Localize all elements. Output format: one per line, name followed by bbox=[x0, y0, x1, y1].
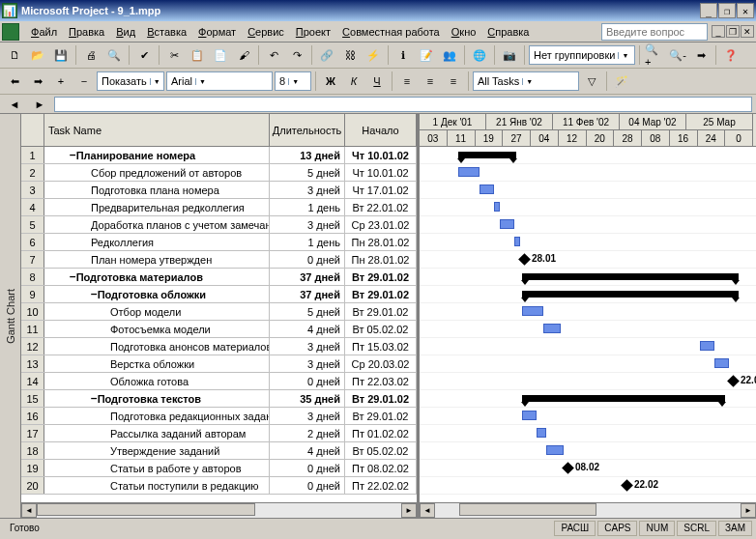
bold-icon[interactable]: Ж bbox=[320, 71, 341, 92]
spellcheck-icon[interactable]: ✔ bbox=[133, 44, 155, 66]
duration-cell[interactable]: 3 дней bbox=[270, 408, 345, 424]
paste-icon[interactable]: 📄 bbox=[210, 44, 231, 66]
zoom-in-icon[interactable]: 🔍+ bbox=[644, 44, 665, 66]
duration-cell[interactable]: 13 дней bbox=[270, 147, 345, 163]
task-name-cell[interactable]: Статьи поступили в редакцию bbox=[44, 477, 270, 494]
duration-cell[interactable]: 0 дней bbox=[270, 251, 345, 268]
row-number[interactable]: 14 bbox=[21, 373, 44, 389]
duration-cell[interactable]: 37 дней bbox=[270, 269, 345, 285]
indent-icon[interactable]: ➡ bbox=[27, 71, 48, 92]
start-cell[interactable]: Вт 05.02.02 bbox=[345, 321, 417, 337]
gantt-row[interactable]: 28.01 bbox=[420, 251, 756, 269]
table-row[interactable]: 7План номера утвержден0 днейПн 28.01.02 bbox=[21, 251, 417, 269]
publish-icon[interactable]: 🌐 bbox=[469, 44, 490, 66]
task-bar[interactable] bbox=[514, 237, 520, 246]
copy-icon[interactable]: 📋 bbox=[187, 44, 208, 66]
duration-cell[interactable]: 1 день bbox=[270, 199, 345, 215]
timescale[interactable]: 1 Дек '0121 Янв '0211 Фев '0204 Мар '022… bbox=[420, 114, 756, 147]
collapse-icon[interactable]: ◄ bbox=[4, 94, 25, 115]
task-bar[interactable] bbox=[714, 358, 729, 368]
assign-icon[interactable]: 👥 bbox=[439, 44, 460, 66]
start-cell[interactable]: Чт 10.01.02 bbox=[345, 164, 417, 181]
table-row[interactable]: 14Обложка готова0 днейПт 22.03.02 bbox=[21, 373, 417, 390]
gantt-row[interactable] bbox=[420, 390, 756, 408]
gantt-row[interactable] bbox=[420, 164, 756, 182]
align-center-icon[interactable]: ≡ bbox=[420, 71, 441, 92]
table-row[interactable]: 15Подготовка текстов35 днейВт 29.01.02 bbox=[21, 390, 417, 408]
info-icon[interactable]: ℹ bbox=[393, 44, 414, 66]
doc-close-button[interactable]: ✕ bbox=[741, 25, 754, 38]
split-icon[interactable]: ⚡ bbox=[363, 44, 384, 66]
milestone-icon[interactable] bbox=[562, 462, 574, 474]
table-row[interactable]: 18Утверждение заданий4 днейВт 05.02.02 bbox=[21, 442, 417, 460]
row-number[interactable]: 5 bbox=[21, 216, 44, 233]
menu-file[interactable]: Файл bbox=[25, 24, 63, 40]
notes-icon[interactable]: 📝 bbox=[416, 44, 437, 66]
expand-icon[interactable]: ► bbox=[29, 94, 50, 115]
gantt-row[interactable] bbox=[420, 199, 756, 216]
duration-cell[interactable]: 0 дней bbox=[270, 373, 345, 389]
task-name-cell[interactable]: Подготовка плана номера bbox=[44, 182, 270, 198]
row-number[interactable]: 19 bbox=[21, 460, 44, 476]
table-row[interactable]: 5Доработка планов с учетом замечаний3 дн… bbox=[21, 216, 417, 234]
col-duration[interactable]: Длительность bbox=[270, 114, 345, 146]
gantt-row[interactable] bbox=[420, 338, 756, 355]
save-icon[interactable]: 💾 bbox=[50, 44, 72, 66]
row-number[interactable]: 11 bbox=[21, 321, 44, 337]
show-combo[interactable]: Показать▼ bbox=[97, 71, 164, 91]
gantt-body[interactable]: 28.0122.0308.0222.02 bbox=[420, 147, 756, 502]
duration-cell[interactable]: 4 дней bbox=[270, 321, 345, 337]
row-number[interactable]: 12 bbox=[21, 338, 44, 355]
task-bar[interactable] bbox=[546, 445, 564, 455]
task-bar[interactable] bbox=[494, 202, 500, 212]
start-cell[interactable]: Вт 29.01.02 bbox=[345, 408, 417, 424]
task-name-cell[interactable]: Подготовка текстов bbox=[44, 390, 270, 407]
align-left-icon[interactable]: ≡ bbox=[396, 71, 418, 92]
row-number[interactable]: 1 bbox=[21, 147, 44, 163]
italic-icon[interactable]: К bbox=[343, 71, 364, 92]
task-name-cell[interactable]: Предварительная редколлегия bbox=[44, 199, 270, 215]
link-icon[interactable]: 🔗 bbox=[316, 44, 337, 66]
duration-cell[interactable]: 37 дней bbox=[270, 286, 345, 302]
maximize-button[interactable]: ❐ bbox=[718, 3, 736, 18]
task-name-cell[interactable]: Доработка планов с учетом замечаний bbox=[44, 216, 270, 233]
task-bar[interactable] bbox=[500, 219, 514, 229]
menu-insert[interactable]: Вставка bbox=[141, 24, 192, 40]
hide-subtasks-icon[interactable]: − bbox=[73, 71, 95, 92]
duration-cell[interactable]: 5 дней bbox=[270, 164, 345, 181]
new-icon[interactable]: 🗋 bbox=[4, 44, 25, 66]
start-cell[interactable]: Ср 20.03.02 bbox=[345, 355, 417, 372]
table-row[interactable]: 12Подготовка анонсов материалов номера д… bbox=[21, 338, 417, 355]
close-button[interactable]: ✕ bbox=[737, 3, 754, 18]
start-cell[interactable]: Ср 23.01.02 bbox=[345, 216, 417, 233]
menu-view[interactable]: Вид bbox=[110, 24, 141, 40]
duration-cell[interactable]: 1 день bbox=[270, 234, 345, 250]
duration-cell[interactable]: 3 дней bbox=[270, 355, 345, 372]
start-cell[interactable]: Вт 22.01.02 bbox=[345, 199, 417, 215]
row-number[interactable]: 3 bbox=[21, 182, 44, 198]
start-cell[interactable]: Пт 08.02.02 bbox=[345, 460, 417, 476]
outdent-icon[interactable]: ⬅ bbox=[4, 71, 25, 92]
table-row[interactable]: 17Рассылка заданий авторам2 днейПт 01.02… bbox=[21, 425, 417, 442]
autofilter-icon[interactable]: ▽ bbox=[581, 71, 602, 92]
start-cell[interactable]: Вт 29.01.02 bbox=[345, 286, 417, 302]
duration-cell[interactable]: 5 дней bbox=[270, 303, 345, 320]
print-icon[interactable]: 🖨 bbox=[80, 44, 102, 66]
start-cell[interactable]: Пн 28.01.02 bbox=[345, 251, 417, 268]
task-name-cell[interactable]: Сбор предложений от авторов bbox=[44, 164, 270, 181]
duration-cell[interactable]: 35 дней bbox=[270, 390, 345, 407]
menu-project[interactable]: Проект bbox=[290, 24, 336, 40]
gantt-row[interactable] bbox=[420, 182, 756, 199]
task-name-cell[interactable]: Подготовка анонсов материалов номера для… bbox=[44, 338, 270, 355]
table-hscroll[interactable]: ◄► bbox=[21, 502, 417, 518]
row-number[interactable]: 6 bbox=[21, 234, 44, 250]
task-name-cell[interactable]: Утверждение заданий bbox=[44, 442, 270, 459]
show-subtasks-icon[interactable]: + bbox=[50, 71, 72, 92]
menu-collab[interactable]: Совместная работа bbox=[336, 24, 446, 40]
print-preview-icon[interactable]: 🔍 bbox=[103, 44, 125, 66]
task-bar[interactable] bbox=[543, 324, 561, 333]
gantt-row[interactable] bbox=[420, 303, 756, 321]
row-number[interactable]: 17 bbox=[21, 425, 44, 441]
gantt-row[interactable]: 22.03 bbox=[420, 373, 756, 390]
duration-cell[interactable]: 3 дней bbox=[270, 338, 345, 355]
